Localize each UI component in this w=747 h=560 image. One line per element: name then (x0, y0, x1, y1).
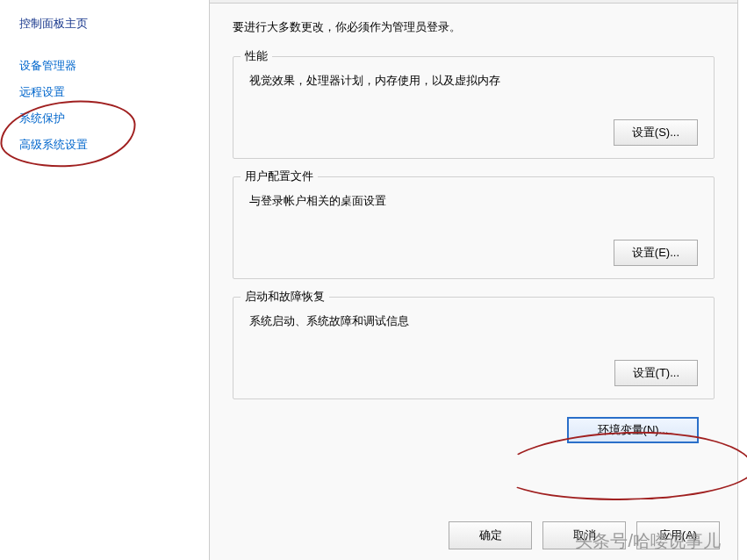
startup-desc: 系统启动、系统故障和调试信息 (249, 313, 698, 329)
sidebar-item-advanced[interactable]: 高级系统设置 (19, 137, 202, 153)
sidebar-item-device-manager[interactable]: 设备管理器 (19, 58, 202, 74)
sidebar: 控制面板主页 设备管理器 远程设置 系统保护 高级系统设置 (0, 0, 202, 560)
env-variables-button[interactable]: 环境变量(N)... (567, 417, 699, 443)
sidebar-item-protection[interactable]: 系统保护 (19, 111, 202, 126)
apply-button[interactable]: 应用(A) (636, 521, 720, 549)
startup-group: 启动和故障恢复 系统启动、系统故障和调试信息 设置(T)... (233, 297, 715, 399)
startup-legend: 启动和故障恢复 (241, 289, 329, 305)
performance-settings-button[interactable]: 设置(S)... (614, 119, 698, 146)
userprofile-legend: 用户配置文件 (241, 169, 318, 184)
intro-text: 要进行大多数更改，你必须作为管理员登录。 (233, 19, 715, 35)
userprofile-group: 用户配置文件 与登录帐户相关的桌面设置 设置(E)... (233, 176, 715, 279)
performance-legend: 性能 (241, 48, 272, 64)
userprofile-settings-button[interactable]: 设置(E)... (614, 240, 698, 266)
sidebar-home[interactable]: 控制面板主页 (19, 16, 202, 32)
dialog-buttons: 确定 取消 应用(A) (449, 521, 720, 549)
performance-group: 性能 视觉效果，处理器计划，内存使用，以及虚拟内存 设置(S)... (233, 56, 715, 159)
ok-button[interactable]: 确定 (449, 521, 532, 549)
startup-settings-button[interactable]: 设置(T)... (614, 360, 698, 386)
performance-desc: 视觉效果，处理器计划，内存使用，以及虚拟内存 (249, 73, 698, 89)
sidebar-item-remote[interactable]: 远程设置 (19, 84, 202, 100)
main-panel: 要进行大多数更改，你必须作为管理员登录。 性能 视觉效果，处理器计划，内存使用，… (202, 0, 747, 560)
cancel-button[interactable]: 取消 (542, 521, 626, 549)
userprofile-desc: 与登录帐户相关的桌面设置 (249, 193, 698, 209)
system-properties-dialog: 要进行大多数更改，你必须作为管理员登录。 性能 视觉效果，处理器计划，内存使用，… (209, 0, 738, 560)
